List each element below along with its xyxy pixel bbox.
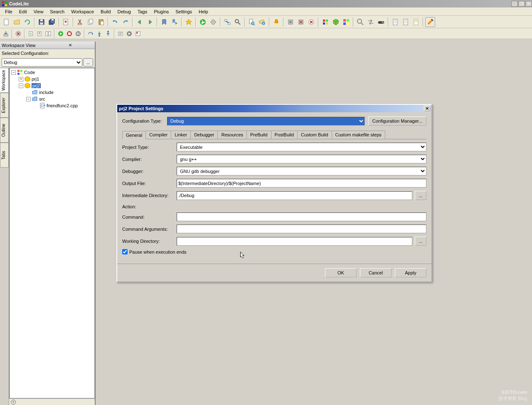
command-input[interactable] bbox=[177, 212, 426, 221]
menu-debug[interactable]: Debug bbox=[114, 8, 134, 15]
cancel-button[interactable]: Cancel bbox=[360, 268, 392, 277]
continue-button[interactable] bbox=[125, 30, 133, 38]
refresh-button[interactable] bbox=[22, 17, 32, 27]
doc2-button[interactable] bbox=[401, 17, 411, 27]
run-button[interactable] bbox=[198, 17, 208, 27]
menu-workspace[interactable]: Workspace bbox=[68, 8, 97, 15]
favorite-button[interactable] bbox=[184, 17, 194, 27]
doc1-button[interactable] bbox=[390, 17, 400, 27]
pause-checkbox[interactable] bbox=[122, 249, 128, 254]
save-all-button[interactable] bbox=[47, 17, 57, 27]
debug-pause-button[interactable] bbox=[74, 30, 82, 38]
plugin-color-button[interactable] bbox=[320, 17, 330, 27]
config-select[interactable]: Debug bbox=[2, 58, 82, 67]
undo-button[interactable] bbox=[110, 17, 120, 27]
cut-button[interactable] bbox=[75, 17, 85, 27]
open-button[interactable] bbox=[12, 17, 22, 27]
menu-settings[interactable]: Settings bbox=[172, 8, 195, 15]
bookmark-next-button[interactable] bbox=[170, 17, 180, 27]
save-button[interactable] bbox=[37, 17, 47, 27]
tree-item-file[interactable]: c+ friendfunc2.cpp bbox=[10, 102, 94, 109]
import-button[interactable] bbox=[2, 30, 10, 38]
bookmark-toggle-button[interactable] bbox=[159, 17, 169, 27]
add-icon[interactable]: + bbox=[11, 400, 16, 405]
tree-item-include[interactable]: include bbox=[10, 89, 94, 96]
swap-button[interactable] bbox=[366, 17, 376, 27]
config-browse-button[interactable]: ... bbox=[83, 58, 93, 67]
stop-run-button[interactable] bbox=[208, 17, 218, 27]
doc3-button[interactable] bbox=[411, 17, 421, 27]
step-into-button[interactable] bbox=[95, 30, 103, 38]
work-dir-input[interactable] bbox=[177, 237, 412, 246]
tree-item-prj1[interactable]: + prj1 bbox=[10, 76, 94, 82]
tab-custom-makefile[interactable]: Custom makefile steps bbox=[332, 131, 385, 139]
side-tab-tabs[interactable]: Tabs bbox=[0, 143, 9, 168]
commit-button[interactable] bbox=[27, 30, 35, 38]
collapse-icon[interactable]: − bbox=[19, 84, 23, 88]
diff-button[interactable] bbox=[44, 30, 52, 38]
find-button[interactable] bbox=[233, 17, 243, 27]
apply-button[interactable]: Apply bbox=[395, 268, 426, 277]
side-tab-workspace[interactable]: Workspace bbox=[0, 68, 9, 93]
int-dir-browse-button[interactable]: ... bbox=[415, 191, 426, 200]
find-replace-button[interactable] bbox=[222, 17, 232, 27]
watch-button[interactable] bbox=[116, 30, 125, 38]
menu-view[interactable]: View bbox=[30, 8, 47, 15]
collapse-icon[interactable]: − bbox=[11, 70, 16, 75]
highlight-button[interactable] bbox=[271, 17, 281, 27]
menu-plugins[interactable]: Plugins bbox=[150, 8, 172, 15]
redo-button[interactable] bbox=[121, 17, 131, 27]
tab-resources[interactable]: Resources bbox=[217, 131, 247, 139]
cmd-args-input[interactable] bbox=[177, 225, 426, 233]
dialog-close-button[interactable]: ✕ bbox=[424, 106, 431, 111]
menu-file[interactable]: File bbox=[2, 8, 16, 15]
breakpoints-button[interactable] bbox=[134, 30, 142, 38]
tree-item-prj2[interactable]: − prj2 bbox=[10, 82, 94, 89]
menu-help[interactable]: Help bbox=[195, 8, 212, 15]
compiler-select[interactable]: gnu g++ bbox=[177, 155, 426, 163]
config-type-select[interactable]: Debug bbox=[167, 117, 365, 126]
tab-debugger[interactable]: Debugger bbox=[190, 131, 218, 139]
update-button[interactable] bbox=[35, 30, 44, 38]
restore-button[interactable]: ❐ bbox=[518, 1, 525, 7]
build-button[interactable] bbox=[286, 17, 296, 27]
ok-button[interactable]: OK bbox=[325, 268, 357, 277]
close-doc-button[interactable] bbox=[61, 17, 71, 27]
highlight-tool-button[interactable] bbox=[425, 17, 435, 27]
paste-button[interactable] bbox=[96, 17, 106, 27]
menu-build[interactable]: Build bbox=[97, 8, 114, 15]
new-file-button[interactable] bbox=[2, 17, 12, 27]
int-dir-input[interactable] bbox=[177, 191, 412, 200]
plugin-squares-button[interactable] bbox=[341, 17, 351, 27]
side-tab-outline[interactable]: Outline bbox=[0, 118, 9, 143]
step-over-button[interactable] bbox=[86, 30, 95, 38]
copy-button[interactable] bbox=[86, 17, 96, 27]
tab-compiler[interactable]: Compiler bbox=[145, 131, 171, 139]
debug-start-button[interactable] bbox=[57, 30, 65, 38]
delete-button[interactable] bbox=[14, 30, 22, 38]
side-tab-explorer[interactable]: Explorer bbox=[0, 93, 9, 118]
tab-custom-build[interactable]: Custom Build bbox=[297, 131, 332, 139]
workspace-close-button[interactable]: ✕ bbox=[47, 42, 93, 48]
find-in-files-button[interactable] bbox=[247, 17, 257, 27]
dialog-titlebar[interactable]: prj2 Project Settings ✕ bbox=[117, 105, 431, 112]
menu-search[interactable]: Search bbox=[47, 8, 68, 15]
zoom-button[interactable] bbox=[355, 17, 365, 27]
tab-prebuild[interactable]: PreBuild bbox=[246, 131, 271, 139]
plugin-cube-button[interactable] bbox=[331, 17, 341, 27]
tab-linker[interactable]: Linker bbox=[171, 131, 191, 139]
expand-icon[interactable]: + bbox=[19, 77, 23, 81]
tree-root[interactable]: − Code bbox=[10, 69, 94, 76]
step-out-button[interactable] bbox=[104, 30, 112, 38]
nav-back-button[interactable] bbox=[135, 17, 145, 27]
nav-forward-button[interactable] bbox=[145, 17, 155, 27]
game-button[interactable] bbox=[376, 17, 386, 27]
config-manager-button[interactable]: Configuration Manager... bbox=[368, 116, 426, 126]
menu-tags[interactable]: Tags bbox=[134, 8, 150, 15]
workspace-tree[interactable]: − Code + prj1 − prj2 bbox=[9, 68, 95, 398]
tab-general[interactable]: General bbox=[122, 131, 146, 139]
clean-button[interactable] bbox=[306, 17, 316, 27]
debugger-select[interactable]: GNU gdb debugger bbox=[177, 167, 426, 175]
tab-postbuild[interactable]: PostBuild bbox=[271, 131, 298, 139]
close-button[interactable]: ✕ bbox=[525, 1, 532, 7]
